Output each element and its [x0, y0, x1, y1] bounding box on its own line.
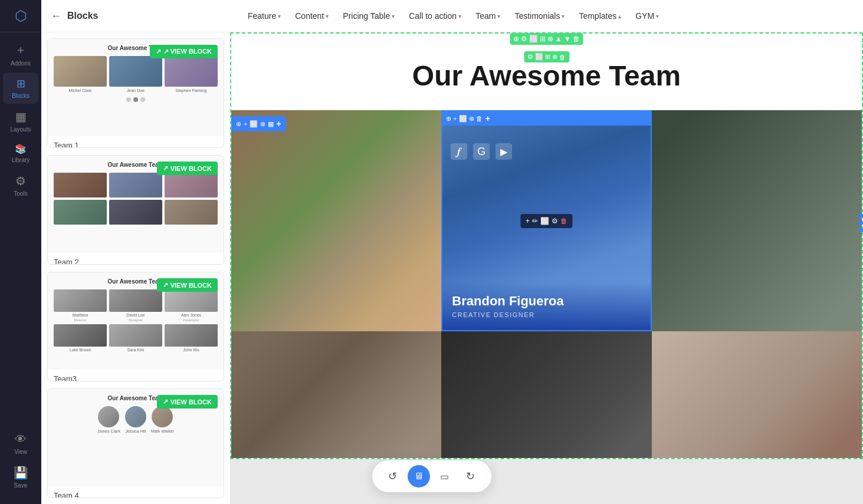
youtube-icon[interactable]: ▶ [496, 143, 512, 160]
section-down-icon[interactable]: ▼ [564, 35, 571, 43]
back-button[interactable]: ← [51, 10, 61, 22]
sidebar-item-library[interactable]: 📚 Library [3, 139, 38, 168]
team-card-brandon: ⊕ + ⬜ ⊗ 🗑 + 𝒇 G ▶ [441, 110, 651, 331]
section-title: Our Awesome Team [243, 60, 850, 92]
nav-pricing-label: Pricing Table [343, 11, 390, 21]
addons-icon: ＋ [15, 42, 27, 58]
team-card-5 [441, 331, 651, 458]
team-card-1 [231, 110, 441, 331]
title-settings-icon[interactable]: ⚙ [527, 53, 533, 61]
nav-pricing[interactable]: Pricing Table ▾ [337, 8, 401, 24]
chevron-down-icon: ▴ [618, 13, 621, 19]
add-row-plus-icon[interactable]: + [244, 120, 247, 127]
add-row-copy-icon[interactable]: ⬜ [250, 120, 258, 128]
card-add2-icon[interactable]: + [485, 114, 490, 123]
team-card-3 [652, 110, 862, 331]
section-link-icon[interactable]: ⊗ [547, 35, 553, 43]
view-block-button[interactable]: ↗ VIEW BLOCK [157, 162, 218, 175]
add-row-grid-icon[interactable]: ▦ [268, 120, 274, 128]
card-edit-icon[interactable]: ✏ [532, 217, 538, 225]
nav-testimonials-label: Testimonials [514, 11, 560, 21]
section-delete-icon[interactable]: 🗑 [573, 35, 580, 43]
nav-gym[interactable]: GYM ▾ [629, 8, 665, 24]
sidebar-item-label: Tools [14, 190, 27, 197]
card-settings2-icon[interactable]: ⚙ [552, 217, 558, 225]
nav-templates[interactable]: Templates ▴ [573, 8, 627, 24]
nav-feature-label: Feature [248, 11, 276, 21]
sidebar-item-layouts[interactable]: ▦ Layouts [3, 105, 38, 137]
block-item-team1[interactable]: ↗ ↗ VIEW BLOCK Our Awesome Team Michel C… [47, 38, 224, 148]
chevron-down-icon: ▾ [392, 13, 395, 19]
sidebar-item-addons[interactable]: ＋ Addons [3, 37, 38, 71]
undo-button[interactable]: ↺ [382, 465, 404, 487]
card-link-icon[interactable]: ⊗ [469, 115, 474, 123]
block-label: Team 1 [48, 136, 224, 148]
view-block-button[interactable]: ↗ VIEW BLOCK [157, 395, 218, 409]
blocks-list: ↗ ↗ VIEW BLOCK Our Awesome Team Michel C… [41, 32, 230, 504]
view-icon: 👁 [15, 433, 27, 446]
block-item-team3[interactable]: ↗ VIEW BLOCK Our Awesome Team Matthew Di… [47, 272, 224, 381]
card-delete-icon[interactable]: 🗑 [476, 115, 483, 122]
section-settings-icon[interactable]: ⚙ [521, 35, 527, 43]
blocks-panel-title: Blocks [67, 11, 98, 21]
nav-content[interactable]: Content ▾ [289, 8, 334, 24]
team-card-6 [652, 331, 862, 458]
team-card-4 [231, 331, 441, 458]
facebook-icon[interactable]: 𝒇 [451, 143, 467, 160]
nav-team-label: Team [475, 11, 496, 21]
nav-gym-label: GYM [635, 11, 654, 21]
sidebar-item-save[interactable]: 💾 Save [3, 461, 38, 493]
nav-team[interactable]: Team ▾ [470, 8, 506, 24]
title-copy-icon[interactable]: ⬜ [535, 53, 543, 61]
chevron-down-icon: ▾ [562, 13, 565, 19]
block-item-team2[interactable]: ↗ VIEW BLOCK Our Awesome Team [47, 155, 224, 265]
tools-icon: ⚙ [15, 174, 26, 188]
sidebar-item-blocks[interactable]: ⊞ Blocks [3, 73, 38, 104]
card-copy-icon[interactable]: ⬜ [459, 115, 467, 123]
card-add-icon[interactable]: + [453, 115, 457, 122]
nav-feature[interactable]: Feature ▾ [242, 8, 287, 24]
section-up-icon[interactable]: ▲ [555, 35, 562, 43]
view-block-button[interactable]: ↗ VIEW BLOCK [157, 278, 218, 292]
sidebar-item-view[interactable]: 👁 View [3, 428, 38, 460]
add-row-link-icon[interactable]: ⊗ [260, 120, 265, 128]
sidebar-item-label: Layouts [10, 126, 31, 133]
block-label: Team 4 [48, 486, 224, 498]
view-block-button[interactable]: ↗ ↗ VIEW BLOCK [150, 45, 218, 58]
chevron-down-icon: ▾ [497, 13, 500, 19]
card-duplicate-icon[interactable]: ⬜ [540, 217, 549, 225]
title-grid-icon[interactable]: ⊞ [545, 53, 550, 61]
card-role: CREATIVE DESIGNER [452, 311, 641, 318]
chevron-down-icon: ▾ [278, 13, 281, 19]
desktop-view-button[interactable]: 🖥 [408, 465, 430, 487]
title-link-icon[interactable]: ⊗ [552, 53, 557, 61]
block-label: Team 2 [48, 253, 224, 265]
card-name: Brandon Figueroa [452, 294, 641, 309]
card-trash-icon[interactable]: 🗑 [560, 217, 567, 225]
block-item-team4[interactable]: ↗ VIEW BLOCK Our Awesome Team James Clar… [47, 388, 224, 498]
sidebar-item-label: Library [12, 157, 30, 163]
nav-cta[interactable]: Call to action ▾ [403, 8, 467, 24]
section-grid-icon[interactable]: ⊞ [540, 35, 546, 43]
add-row-settings-icon[interactable]: ⊕ [236, 120, 241, 128]
section-copy-icon[interactable]: ⬜ [529, 35, 538, 43]
app-logo: ⬡ [15, 8, 27, 24]
library-icon: 📚 [15, 143, 27, 154]
add-row-add-icon[interactable]: + [276, 119, 281, 129]
title-delete-icon[interactable]: 🗑 [559, 54, 566, 61]
nav-cta-label: Call to action [409, 11, 457, 21]
nav-content-label: Content [295, 11, 324, 21]
card-settings-icon[interactable]: ⊕ [446, 115, 451, 123]
left-sidebar: ⬡ ＋ Addons ⊞ Blocks ▦ Layouts 📚 Library … [0, 0, 41, 504]
sidebar-item-label: Blocks [12, 93, 29, 99]
nav-testimonials[interactable]: Testimonials ▾ [508, 8, 570, 24]
card-edit-plus-icon[interactable]: + [526, 217, 530, 225]
tablet-view-button[interactable]: ▭ [434, 465, 456, 487]
google-icon[interactable]: G [473, 143, 490, 160]
redo-button[interactable]: ↻ [460, 465, 482, 487]
save-icon: 💾 [14, 466, 28, 480]
sidebar-item-tools[interactable]: ⚙ Tools [3, 169, 38, 202]
blocks-panel: ← Blocks ↗ ↗ VIEW BLOCK Our Awesome Team [41, 0, 230, 504]
nav-templates-label: Templates [579, 11, 616, 21]
section-move-icon[interactable]: ⊕ [513, 35, 519, 43]
